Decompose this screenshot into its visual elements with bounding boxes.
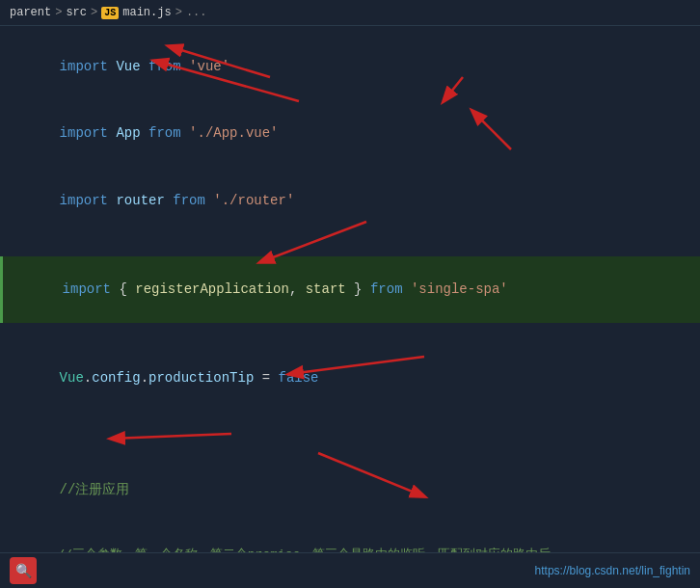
- search-button[interactable]: 🔍: [10, 557, 37, 584]
- code-line-9: [0, 435, 700, 457]
- breadcrumb-sep2: >: [91, 6, 97, 19]
- search-icon: 🔍: [15, 563, 32, 579]
- breadcrumb-mainjs[interactable]: main.js: [122, 6, 171, 19]
- code-line-7: Vue.config.productionTip = false: [0, 345, 700, 412]
- code-line-1: import Vue from 'vue': [0, 34, 700, 100]
- code-line-6: [0, 323, 700, 345]
- breadcrumb-sep1: >: [55, 6, 62, 19]
- code-line-8: [0, 413, 700, 435]
- breadcrumb-sep3: >: [175, 6, 182, 19]
- breadcrumb-src[interactable]: src: [66, 6, 87, 19]
- code-line-3: import router from './router': [0, 168, 700, 234]
- breadcrumb-js-icon: JS: [101, 7, 119, 19]
- breadcrumb: parent > src > JS main.js > ...: [0, 0, 700, 26]
- breadcrumb-ellipsis: ...: [186, 6, 207, 19]
- code-line-5: import { registerApplication, start } fr…: [0, 256, 700, 323]
- code-line-4: [0, 234, 700, 256]
- website-url: https://blog.csdn.net/lin_fightin: [535, 564, 690, 577]
- code-line-2: import App from './App.vue': [0, 100, 700, 167]
- code-line-10: //注册应用: [0, 457, 700, 523]
- code-area: import Vue from 'vue' import App from '.…: [0, 26, 700, 588]
- bottom-bar: 🔍 https://blog.csdn.net/lin_fightin: [0, 552, 700, 588]
- breadcrumb-parent[interactable]: parent: [10, 6, 51, 19]
